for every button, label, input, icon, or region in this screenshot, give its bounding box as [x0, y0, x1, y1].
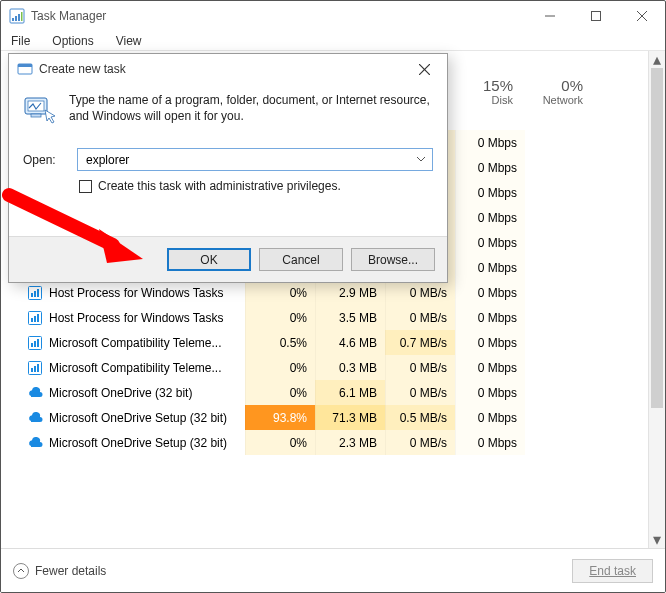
dialog-titlebar: Create new task	[9, 54, 447, 84]
svg-rect-1	[12, 18, 14, 21]
cell-network: 0 Mbps	[455, 130, 525, 155]
svg-rect-29	[37, 364, 39, 372]
scroll-up-arrow[interactable]: ▴	[649, 51, 665, 68]
svg-rect-16	[34, 291, 36, 297]
browse-button[interactable]: Browse...	[351, 248, 435, 271]
table-row[interactable]: Microsoft OneDrive Setup (32 bit)0%2.3 M…	[1, 430, 665, 455]
cell-memory: 3.5 MB	[315, 305, 385, 330]
fewer-details-button[interactable]: Fewer details	[13, 563, 106, 579]
cell-memory: 71.3 MB	[315, 405, 385, 430]
cell-network: 0 Mbps	[455, 155, 525, 180]
process-icon	[27, 360, 43, 376]
cell-network: 0 Mbps	[455, 430, 525, 455]
open-combobox[interactable]	[77, 148, 433, 171]
titlebar: Task Manager	[1, 1, 665, 31]
run-icon	[23, 92, 57, 126]
fewer-details-label: Fewer details	[35, 564, 106, 578]
process-name: Microsoft Compatibility Teleme...	[49, 336, 245, 350]
svg-rect-3	[18, 14, 20, 21]
svg-rect-36	[31, 114, 41, 117]
svg-rect-4	[21, 12, 23, 21]
cell-network: 0 Mbps	[455, 330, 525, 355]
table-row[interactable]: Microsoft OneDrive Setup (32 bit)93.8%71…	[1, 405, 665, 430]
dialog-button-row: OK Cancel Browse...	[9, 236, 447, 282]
process-icon	[27, 410, 43, 426]
svg-rect-20	[34, 316, 36, 322]
end-task-button[interactable]: End task	[572, 559, 653, 583]
open-label: Open:	[23, 153, 67, 167]
process-name: Microsoft OneDrive Setup (32 bit)	[49, 411, 245, 425]
svg-rect-31	[18, 64, 32, 67]
svg-rect-17	[37, 289, 39, 297]
close-button[interactable]	[619, 1, 665, 31]
footer: Fewer details End task	[1, 548, 665, 592]
table-row[interactable]: Microsoft OneDrive (32 bit)0%6.1 MB0 MB/…	[1, 380, 665, 405]
scroll-thumb[interactable]	[651, 68, 663, 408]
chevron-down-icon[interactable]	[416, 153, 426, 167]
process-icon	[27, 285, 43, 301]
minimize-button[interactable]	[527, 1, 573, 31]
cell-network: 0 Mbps	[455, 305, 525, 330]
cell-memory: 2.9 MB	[315, 280, 385, 305]
cell-memory: 2.3 MB	[315, 430, 385, 455]
cancel-button[interactable]: Cancel	[259, 248, 343, 271]
cell-disk: 0 MB/s	[385, 280, 455, 305]
menu-view[interactable]: View	[112, 32, 146, 50]
cell-cpu: 0%	[245, 305, 315, 330]
window-title: Task Manager	[31, 9, 527, 23]
svg-rect-27	[31, 368, 33, 372]
svg-rect-28	[34, 366, 36, 372]
process-icon	[27, 310, 43, 326]
cell-disk: 0.5 MB/s	[385, 405, 455, 430]
svg-rect-2	[15, 16, 17, 21]
menubar: File Options View	[1, 31, 665, 51]
cell-network: 0 Mbps	[455, 205, 525, 230]
cell-disk: 0 MB/s	[385, 430, 455, 455]
cell-disk: 0 MB/s	[385, 355, 455, 380]
cell-network: 0 Mbps	[455, 380, 525, 405]
cell-network: 0 Mbps	[455, 255, 525, 280]
cell-disk: 0 MB/s	[385, 380, 455, 405]
cell-cpu: 0%	[245, 380, 315, 405]
cell-cpu: 0%	[245, 280, 315, 305]
dialog-icon	[17, 61, 33, 77]
svg-rect-15	[31, 293, 33, 297]
table-row[interactable]: Microsoft Compatibility Teleme...0%0.3 M…	[1, 355, 665, 380]
cell-memory: 4.6 MB	[315, 330, 385, 355]
svg-rect-21	[37, 314, 39, 322]
dialog-close-button[interactable]	[409, 54, 439, 84]
svg-rect-25	[37, 339, 39, 347]
cell-network: 0 Mbps	[455, 230, 525, 255]
col-network[interactable]: 0% Network	[521, 77, 591, 106]
ok-button[interactable]: OK	[167, 248, 251, 271]
chevron-up-icon	[13, 563, 29, 579]
cell-cpu: 0.5%	[245, 330, 315, 355]
process-name: Microsoft Compatibility Teleme...	[49, 361, 245, 375]
table-row[interactable]: Microsoft Compatibility Teleme...0.5%4.6…	[1, 330, 665, 355]
process-icon	[27, 335, 43, 351]
col-disk[interactable]: 15% Disk	[451, 77, 521, 106]
table-row[interactable]: Host Process for Windows Tasks0%2.9 MB0 …	[1, 280, 665, 305]
vertical-scrollbar[interactable]: ▴ ▾	[648, 51, 665, 548]
cell-memory: 6.1 MB	[315, 380, 385, 405]
open-input[interactable]	[84, 152, 426, 168]
maximize-button[interactable]	[573, 1, 619, 31]
admin-label: Create this task with administrative pri…	[98, 179, 341, 193]
process-name: Microsoft OneDrive (32 bit)	[49, 386, 245, 400]
admin-checkbox[interactable]	[79, 180, 92, 193]
scroll-down-arrow[interactable]: ▾	[649, 531, 665, 548]
menu-options[interactable]: Options	[48, 32, 97, 50]
table-row[interactable]: Host Process for Windows Tasks0%3.5 MB0 …	[1, 305, 665, 330]
menu-file[interactable]: File	[7, 32, 34, 50]
cell-network: 0 Mbps	[455, 180, 525, 205]
svg-rect-24	[34, 341, 36, 347]
cell-cpu: 0%	[245, 355, 315, 380]
cell-cpu: 93.8%	[245, 405, 315, 430]
cell-network: 0 Mbps	[455, 405, 525, 430]
svg-rect-6	[592, 12, 601, 21]
cell-disk: 0 MB/s	[385, 305, 455, 330]
process-icon	[27, 435, 43, 451]
cell-disk: 0.7 MB/s	[385, 330, 455, 355]
svg-rect-23	[31, 343, 33, 347]
dialog-message: Type the name of a program, folder, docu…	[69, 92, 433, 124]
